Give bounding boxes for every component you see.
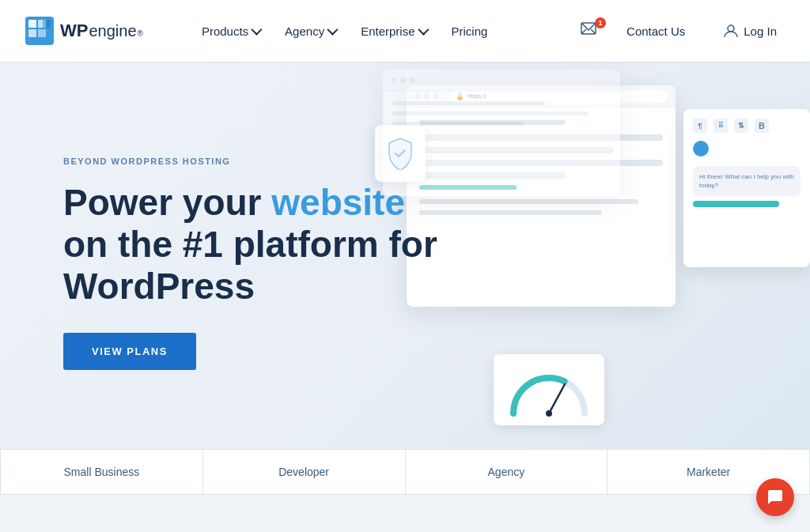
header-right: 1 Contact Us Log In bbox=[581, 17, 785, 45]
browser-dot bbox=[400, 77, 406, 83]
logo-engine: engine bbox=[89, 22, 136, 40]
browser-bar-bg bbox=[383, 70, 620, 92]
browser-bg-content bbox=[383, 92, 620, 141]
user-icon bbox=[723, 23, 739, 39]
nav-item-pricing[interactable]: Pricing bbox=[441, 18, 499, 44]
logo-wp: WP bbox=[60, 21, 88, 41]
svg-rect-1 bbox=[28, 20, 36, 28]
hero-tagline: BEYOND WORDPRESS HOSTING bbox=[63, 157, 443, 166]
chevron-down-icon bbox=[418, 25, 429, 36]
grid-icon: ⠿ bbox=[713, 119, 728, 133]
logo-reg: ® bbox=[138, 29, 143, 38]
content-line bbox=[419, 199, 638, 204]
tab-developer[interactable]: Developer bbox=[203, 450, 406, 494]
tab-small-business[interactable]: Small Business bbox=[1, 450, 203, 494]
chevron-down-icon bbox=[327, 25, 338, 36]
logo-text: WP engine ® bbox=[60, 21, 143, 41]
tabs-section: Small Business Developer Agency Marketer bbox=[0, 449, 810, 495]
chat-avatar bbox=[693, 141, 709, 157]
content-line bbox=[392, 101, 545, 105]
notification-wrap[interactable]: 1 bbox=[581, 21, 603, 41]
header: WP engine ® Products Agency Enterprise P… bbox=[0, 0, 810, 62]
editor-toolbar: ¶ ⠿ ⇅ B bbox=[693, 119, 801, 133]
login-button[interactable]: Log In bbox=[715, 17, 785, 45]
speedometer-card bbox=[494, 354, 604, 425]
main-nav: Products Agency Enterprise Pricing bbox=[191, 18, 581, 44]
arrows-icon: ⇅ bbox=[734, 119, 748, 133]
hero-section: BEYOND WORDPRESS HOSTING Power your webs… bbox=[0, 62, 810, 449]
hero-title: Power your website on the #1 platform fo… bbox=[63, 182, 443, 308]
chat-response bbox=[693, 201, 779, 207]
browser-dot bbox=[391, 77, 396, 83]
svg-line-11 bbox=[549, 384, 565, 413]
nav-item-agency[interactable]: Agency bbox=[274, 18, 346, 44]
nav-item-enterprise[interactable]: Enterprise bbox=[350, 18, 437, 44]
chat-header bbox=[693, 141, 801, 160]
svg-rect-3 bbox=[28, 29, 36, 37]
speedometer-svg bbox=[505, 362, 592, 417]
content-line bbox=[419, 210, 602, 215]
svg-line-7 bbox=[581, 29, 586, 34]
tab-agency[interactable]: Agency bbox=[406, 450, 608, 494]
view-plans-button[interactable]: VIEW PLANS bbox=[63, 333, 196, 370]
svg-rect-4 bbox=[38, 29, 46, 37]
chat-fab-button[interactable] bbox=[756, 478, 794, 516]
content-line bbox=[392, 111, 589, 115]
nav-item-products[interactable]: Products bbox=[191, 18, 271, 44]
chat-bubble: Hi there! What can I help you with today… bbox=[693, 166, 801, 196]
editor-panel: ¶ ⠿ ⇅ B Hi there! What can I help you wi… bbox=[683, 109, 810, 267]
contact-us-button[interactable]: Contact Us bbox=[615, 18, 702, 44]
bold-icon: B bbox=[755, 119, 769, 133]
notification-badge: 1 bbox=[595, 17, 606, 28]
svg-rect-5 bbox=[43, 20, 51, 28]
browser-dot bbox=[410, 77, 415, 83]
spacer bbox=[419, 199, 663, 215]
wpengine-logo-icon bbox=[25, 17, 54, 45]
svg-point-9 bbox=[728, 25, 734, 32]
chevron-down-icon bbox=[251, 25, 262, 36]
hero-content: BEYOND WORDPRESS HOSTING Power your webs… bbox=[63, 157, 443, 370]
svg-line-8 bbox=[591, 29, 596, 34]
chat-fab-icon bbox=[766, 488, 785, 507]
logo[interactable]: WP engine ® bbox=[25, 17, 143, 45]
content-line bbox=[392, 122, 524, 126]
paragraph-icon: ¶ bbox=[693, 119, 707, 133]
